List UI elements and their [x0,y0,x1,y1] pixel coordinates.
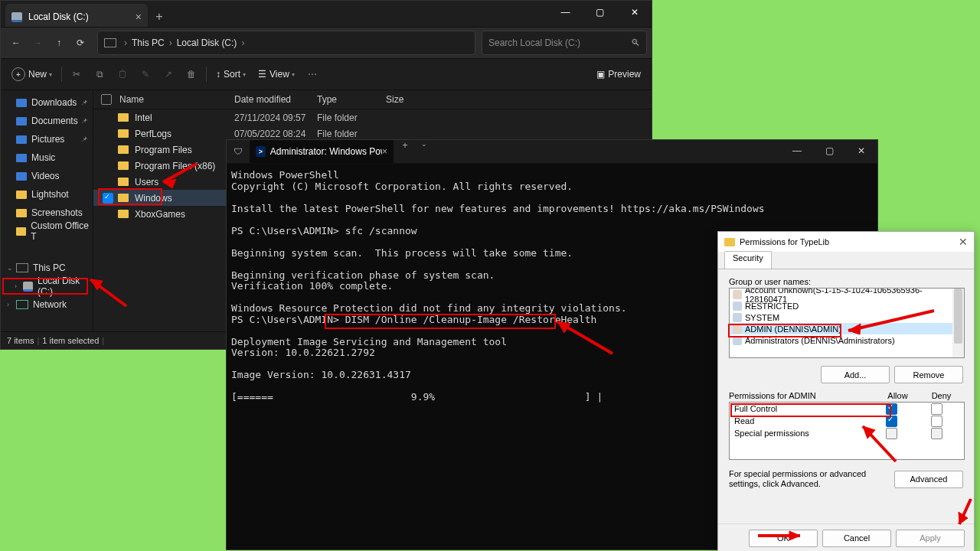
forward-button[interactable]: → [27,32,48,54]
cancel-button[interactable]: Cancel [822,530,891,547]
new-label: New [28,69,47,80]
dialog-content: Group or user names: Account Unknown(S-1… [718,269,974,523]
advanced-button[interactable]: Advanced [894,471,963,488]
search-input[interactable]: Search Local Disk (C:) 🔍︎ [482,31,647,55]
group-item[interactable]: Account Unknown(S-1-15-3-1024-1065365936… [730,289,964,300]
scrollbar[interactable] [952,289,964,357]
allow-checkbox[interactable] [886,416,897,427]
rename-button[interactable]: ✎ [134,64,157,85]
share-button[interactable]: ↗ [157,64,180,85]
deny-checkbox[interactable] [931,403,942,415]
folder-icon [724,238,735,246]
minimize-button[interactable]: — [548,1,583,24]
preview-label: Preview [608,69,641,80]
view-button[interactable]: ☰ View▾ [252,64,301,85]
sort-label: Sort [224,69,240,80]
close-icon[interactable]: × [136,11,142,23]
new-button[interactable]: +New▾ [5,64,58,85]
close-button[interactable]: ✕ [959,236,968,248]
column-type-header[interactable]: Type [317,94,386,105]
group-item-selected[interactable]: ADMIN (DENNIS\ADMIN) [730,323,964,334]
minimize-button[interactable]: — [781,140,813,161]
file-row-program-files-x86[interactable]: Program Files (x86) [93,158,230,174]
explorer-toolbar: +New▾ ✂ ⧉ 📋︎ ✎ ↗ 🗑︎ ↕ Sort▾ ☰ View▾ ⋯ ▣ … [1,58,652,90]
new-tab-button[interactable]: + [148,4,171,30]
column-name-header[interactable]: Name [93,90,230,109]
permissions-for-label: Permissions for ADMIN [729,391,876,400]
terminal-titlebar: 🛡︎ Administrator: Windows Powe × + ⌄ — ▢… [227,140,877,164]
sidebar-downloads[interactable]: Downloads📌︎ [1,93,93,112]
remove-button[interactable]: Remove [894,366,963,383]
groups-label: Group or user names: [729,277,963,286]
preview-button[interactable]: ▣ Preview [590,64,647,85]
powershell-icon [256,146,266,157]
cut-button[interactable]: ✂ [65,64,88,85]
tab-security[interactable]: Security [724,251,772,269]
permissions-grid: Full Control Read Special permissions [729,402,965,460]
advanced-text: For special permissions or advanced sett… [729,469,894,489]
group-item[interactable]: SYSTEM [730,311,964,323]
monitor-icon [104,38,116,47]
apply-button[interactable]: Apply [896,530,965,547]
file-row-xboxgames[interactable]: XboxGames [93,206,230,222]
status-count: 7 items [7,336,34,345]
search-icon: 🔍︎ [631,37,640,48]
sidebar-pictures[interactable]: Pictures📌︎ [1,130,93,148]
perm-row-special: Special permissions [730,427,964,439]
sidebar-network[interactable]: ›Network [1,295,93,314]
file-row-perflogs[interactable]: PerfLogs [93,126,230,142]
column-date-header[interactable]: Date modified [230,94,317,105]
file-row-users[interactable]: Users [93,174,230,190]
new-tab-button[interactable]: + [394,140,416,151]
paste-button[interactable]: 📋︎ [111,64,134,85]
status-selected: 1 item selected [42,336,99,345]
groups-listbox[interactable]: Account Unknown(S-1-15-3-1024-1065365936… [729,288,965,358]
file-row-windows[interactable]: Windows [93,190,230,206]
chevron-icon: › [241,37,244,48]
breadcrumb[interactable]: › This PC › Local Disk (C:) › [97,31,475,55]
crumb-this-pc[interactable]: This PC [132,37,165,48]
explorer-titlebar: Local Disk (C:) × + — ▢ ✕ [1,1,652,27]
explorer-navbar: ← → ↑ ⟳ › This PC › Local Disk (C:) › Se… [1,27,652,58]
sidebar-lightshot[interactable]: Lightshot [1,185,93,204]
ok-button[interactable]: OK [749,530,818,547]
sidebar-custom-office[interactable]: Custom Office T [1,222,93,240]
dialog-footer: OK Cancel Apply [718,523,974,551]
refresh-button[interactable]: ⟳ [70,32,91,54]
copy-button[interactable]: ⧉ [88,64,111,85]
maximize-button[interactable]: ▢ [583,1,617,24]
sidebar-local-disk[interactable]: ›Local Disk (C:) [1,277,93,295]
delete-button[interactable]: 🗑︎ [180,64,203,85]
file-row-program-files[interactable]: Program Files [93,142,230,158]
add-button[interactable]: Add... [821,366,890,383]
sidebar-screenshots[interactable]: Screenshots [1,204,93,222]
sidebar-this-pc[interactable]: ⌄This PC [1,259,93,277]
close-icon[interactable]: × [382,146,387,157]
up-button[interactable]: ↑ [48,32,70,54]
view-label: View [270,69,289,80]
column-size-header[interactable]: Size [386,94,447,105]
sort-button[interactable]: ↕ Sort▾ [210,64,252,85]
explorer-tab[interactable]: Local Disk (C:) × [5,4,148,30]
sidebar-documents[interactable]: Documents📌︎ [1,112,93,130]
maximize-button[interactable]: ▢ [813,140,845,161]
terminal-tab-title: Administrator: Windows Powe [270,146,382,157]
search-placeholder: Search Local Disk (C:) [488,37,580,48]
sidebar-music[interactable]: Music [1,148,93,167]
more-button[interactable]: ⋯ [301,64,324,85]
group-item[interactable]: Administrators (DENNIS\Administrators) [730,334,964,346]
back-button[interactable]: ← [5,32,27,54]
dialog-tabs: Security [718,252,974,269]
file-row-intel[interactable]: Intel [93,109,230,126]
dropdown-button[interactable]: ⌄ [416,140,432,148]
terminal-tab[interactable]: Administrator: Windows Powe × [250,140,394,163]
allow-checkbox[interactable] [886,403,897,415]
deny-checkbox[interactable] [931,416,942,427]
perm-row-read: Read [730,415,964,427]
close-button[interactable]: ✕ [845,140,877,161]
sidebar-videos[interactable]: Videos [1,167,93,185]
crumb-local-disk[interactable]: Local Disk (C:) [177,37,237,48]
dialog-titlebar: Permissions for TypeLib ✕ [718,232,974,252]
chevron-icon: › [124,37,127,48]
close-button[interactable]: ✕ [617,1,652,24]
